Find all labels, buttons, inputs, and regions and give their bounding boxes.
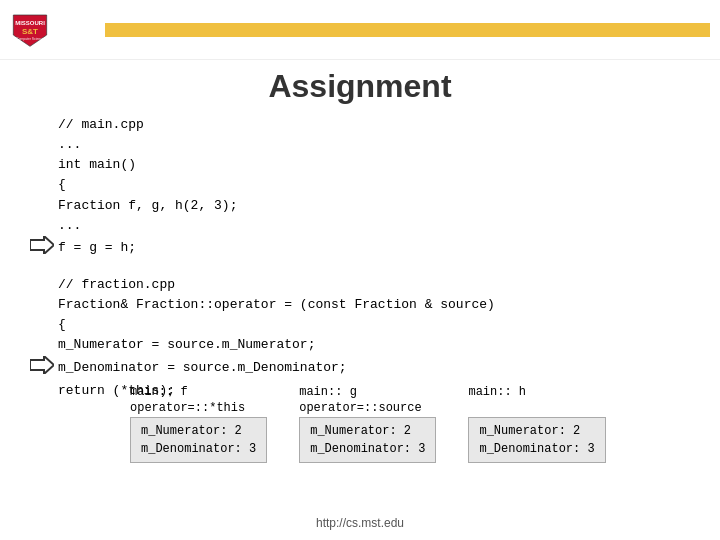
frac-line1-row: m_Numerator = source.m_Numerator; [30,335,700,355]
fraction-cpp-code: // fraction.cpp Fraction& Fraction::oper… [30,275,700,401]
header: MISSOURI S&T Computer Science [0,0,720,60]
code-fraction: Fraction f, g, h(2, 3); [58,196,237,216]
tooltip-col-h: main:: h m_Numerator: 2 m_Denominator: 3 [468,385,605,463]
frac-line2-row: m_Denominator = source.m_Denominator; [30,356,700,381]
tooltip-label-f-op: operator=::*this [130,401,245,415]
svg-text:S&T: S&T [22,26,38,35]
frac-comment: // fraction.cpp [58,275,175,295]
tooltip-label-h-blank [468,401,475,415]
tooltip-box-g: m_Numerator: 2 m_Denominator: 3 [299,417,436,463]
frac-decl-line: Fraction& Fraction::operator = (const Fr… [30,295,700,315]
tooltip-h-den: m_Denominator: 3 [479,440,594,458]
code-line-ellipsis2: ... [30,216,700,236]
code-comment: // main.cpp [58,115,144,135]
code-line-ellipsis1: ... [30,135,700,155]
gold-bar [105,23,710,37]
tooltip-label-g-op: operator=::source [299,401,421,415]
page-title: Assignment [0,68,720,105]
code-ellipsis2: ... [58,216,81,236]
tooltip-g-num: m_Numerator: 2 [310,422,425,440]
logo-icon: MISSOURI S&T Computer Science [10,10,50,50]
code-line-fraction: Fraction f, g, h(2, 3); [30,196,700,216]
tooltip-box-h: m_Numerator: 2 m_Denominator: 3 [468,417,605,463]
tooltip-col-f: main:: f operator=::*this m_Numerator: 2… [130,385,267,463]
code-line-intmain: int main() [30,155,700,175]
frac-brace-open: { [58,315,66,335]
svg-text:MISSOURI: MISSOURI [15,20,45,26]
frac-line2: m_Denominator = source.m_Denominator; [58,358,347,378]
arrow-icon [30,236,58,261]
main-cpp-code: // main.cpp ... int main() { Fraction f,… [30,115,700,261]
code-brace-open: { [58,175,66,195]
frac-brace-open-line: { [30,315,700,335]
code-line-comment: // main.cpp [30,115,700,135]
footer-url: http://cs.mst.edu [316,516,404,530]
frac-comment-line: // fraction.cpp [30,275,700,295]
code-ellipsis1: ... [58,135,81,155]
code-intmain: int main() [58,155,136,175]
code-line-brace-open: { [30,175,700,195]
code-assign: f = g = h; [58,238,136,258]
svg-text:Computer Science: Computer Science [16,37,44,41]
svg-marker-4 [30,236,54,254]
tooltip-row: main:: f operator=::*this m_Numerator: 2… [130,385,618,463]
tooltip-label-h-main: main:: h [468,385,526,399]
tooltip-box-f: m_Numerator: 2 m_Denominator: 3 [130,417,267,463]
arrow-icon-2 [30,356,58,381]
logo-area: MISSOURI S&T Computer Science [10,10,100,50]
code-line-assign: f = g = h; [30,236,700,261]
frac-decl: Fraction& Fraction::operator = (const Fr… [58,295,495,315]
svg-marker-5 [30,356,54,374]
tooltip-f-den: m_Denominator: 3 [141,440,256,458]
tooltip-f-num: m_Numerator: 2 [141,422,256,440]
tooltip-h-num: m_Numerator: 2 [479,422,594,440]
tooltip-label-g-main: main:: g [299,385,357,399]
frac-line1: m_Numerator = source.m_Numerator; [58,335,315,355]
tooltip-label-f-main: main:: f [130,385,188,399]
footer: http://cs.mst.edu [0,516,720,530]
tooltip-col-g: main:: g operator=::source m_Numerator: … [299,385,436,463]
tooltip-g-den: m_Denominator: 3 [310,440,425,458]
